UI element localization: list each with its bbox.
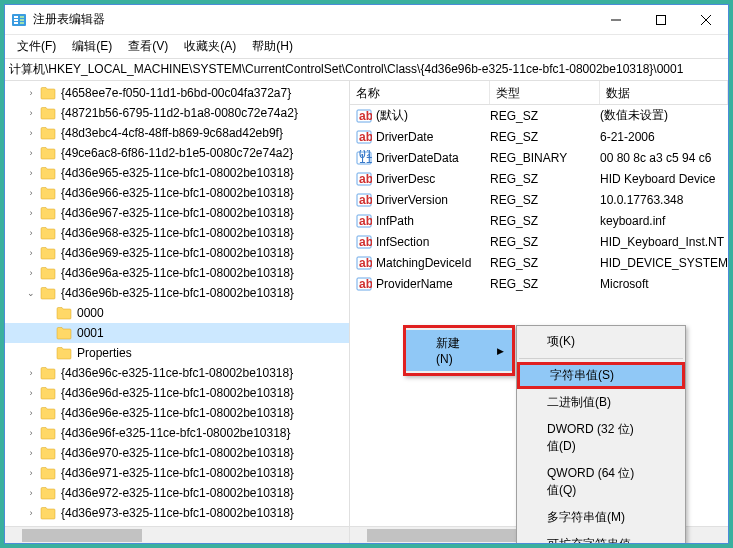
col-header-name[interactable]: 名称 <box>350 81 490 104</box>
value-row[interactable]: abProviderNameREG_SZMicrosoft <box>350 273 728 294</box>
expander-closed-icon[interactable]: › <box>25 447 37 459</box>
registry-tree[interactable]: ›{4658ee7e-f050-11d1-b6bd-00c04fa372a7}›… <box>5 81 349 526</box>
list-header: 名称 类型 数据 <box>350 81 728 105</box>
tree-item[interactable]: ›{49ce6ac8-6f86-11d2-b1e5-0080c72e74a2} <box>5 143 349 163</box>
tree-item-label: {4d36e96c-e325-11ce-bfc1-08002be10318} <box>59 366 293 380</box>
minimize-button[interactable] <box>593 5 638 34</box>
tree-item[interactable]: ›{4d36e968-e325-11ce-bfc1-08002be10318} <box>5 223 349 243</box>
col-header-type[interactable]: 类型 <box>490 81 600 104</box>
expander-closed-icon[interactable]: › <box>25 167 37 179</box>
value-data: HID_DEVICE_SYSTEM <box>600 256 728 270</box>
value-name: InfSection <box>376 235 490 249</box>
ctx-dword-value[interactable]: DWORD (32 位)值(D) <box>517 416 685 460</box>
tree-item[interactable]: ›{4d36e970-e325-11ce-bfc1-08002be10318} <box>5 443 349 463</box>
expander-closed-icon[interactable]: › <box>25 467 37 479</box>
expander-closed-icon[interactable]: › <box>25 227 37 239</box>
tree-item[interactable]: ›{4d36e965-e325-11ce-bfc1-08002be10318} <box>5 163 349 183</box>
tree-item-label: {4d36e970-e325-11ce-bfc1-08002be10318} <box>59 446 294 460</box>
maximize-button[interactable] <box>638 5 683 34</box>
folder-icon <box>40 266 56 280</box>
expander-closed-icon[interactable]: › <box>25 147 37 159</box>
svg-text:110: 110 <box>359 152 372 166</box>
tree-item[interactable]: ›{48721b56-6795-11d2-b1a8-0080c72e74a2} <box>5 103 349 123</box>
menu-view[interactable]: 查看(V) <box>120 35 176 58</box>
ctx-string-value[interactable]: 字符串值(S) <box>517 362 685 389</box>
tree-item[interactable]: ›{4d36e96c-e325-11ce-bfc1-08002be10318} <box>5 363 349 383</box>
value-row[interactable]: abInfPathREG_SZkeyboard.inf <box>350 210 728 231</box>
expander-closed-icon[interactable]: › <box>25 487 37 499</box>
expander-closed-icon[interactable]: › <box>25 207 37 219</box>
folder-icon <box>40 106 56 120</box>
close-button[interactable] <box>683 5 728 34</box>
value-type: REG_SZ <box>490 235 600 249</box>
tree-item[interactable]: ›{4d36e966-e325-11ce-bfc1-08002be10318} <box>5 183 349 203</box>
expander-closed-icon[interactable]: › <box>25 87 37 99</box>
tree-scrollbar-h[interactable] <box>5 526 349 543</box>
value-row[interactable]: abMatchingDeviceIdREG_SZHID_DEVICE_SYSTE… <box>350 252 728 273</box>
tree-item[interactable]: ›{48d3ebc4-4cf8-48ff-b869-9c68ad42eb9f} <box>5 123 349 143</box>
expander-closed-icon[interactable]: › <box>25 187 37 199</box>
value-row[interactable]: abInfSectionREG_SZHID_Keyboard_Inst.NT <box>350 231 728 252</box>
ctx-multistring-value[interactable]: 多字符串值(M) <box>517 504 685 531</box>
value-row[interactable]: abDriverDateREG_SZ6-21-2006 <box>350 126 728 147</box>
expander-closed-icon[interactable]: › <box>25 407 37 419</box>
folder-icon <box>40 246 56 260</box>
tree-item[interactable]: ›{4d36e96a-e325-11ce-bfc1-08002be10318} <box>5 263 349 283</box>
tree-item[interactable]: ›{4d36e967-e325-11ce-bfc1-08002be10318} <box>5 203 349 223</box>
tree-item[interactable]: ›{4d36e969-e325-11ce-bfc1-08002be10318} <box>5 243 349 263</box>
col-header-data[interactable]: 数据 <box>600 81 728 104</box>
value-type: REG_SZ <box>490 256 600 270</box>
tree-item[interactable]: 0000 <box>5 303 349 323</box>
expander-closed-icon[interactable]: › <box>25 367 37 379</box>
address-bar[interactable]: 计算机\HKEY_LOCAL_MACHINE\SYSTEM\CurrentCon… <box>5 59 728 81</box>
value-name: DriverVersion <box>376 193 490 207</box>
expander-closed-icon[interactable]: › <box>25 507 37 519</box>
ctx-binary-value[interactable]: 二进制值(B) <box>517 389 685 416</box>
menu-favorites[interactable]: 收藏夹(A) <box>176 35 244 58</box>
tree-item[interactable]: ›{4d36e96e-e325-11ce-bfc1-08002be10318} <box>5 403 349 423</box>
string-value-icon: ab <box>356 255 372 271</box>
tree-item-label: {4658ee7e-f050-11d1-b6bd-00c04fa372a7} <box>59 86 291 100</box>
ctx-expandstring-value[interactable]: 可扩充字符串值(E) <box>517 531 685 543</box>
folder-icon <box>40 146 56 160</box>
tree-item[interactable]: 0001 <box>5 323 349 343</box>
folder-icon <box>40 226 56 240</box>
folder-icon <box>40 426 56 440</box>
menu-file[interactable]: 文件(F) <box>9 35 64 58</box>
folder-icon <box>40 386 56 400</box>
tree-pane: ›{4658ee7e-f050-11d1-b6bd-00c04fa372a7}›… <box>5 81 350 543</box>
value-row[interactable]: 011110DriverDateDataREG_BINARY00 80 8c a… <box>350 147 728 168</box>
menu-edit[interactable]: 编辑(E) <box>64 35 120 58</box>
ctx-new[interactable]: 新建(N) ▶ <box>406 330 512 371</box>
menu-help[interactable]: 帮助(H) <box>244 35 301 58</box>
expander-closed-icon[interactable]: › <box>25 127 37 139</box>
tree-item-label: 0001 <box>75 326 104 340</box>
tree-item[interactable]: Properties <box>5 343 349 363</box>
tree-item[interactable]: ›{4d36e972-e325-11ce-bfc1-08002be10318} <box>5 483 349 503</box>
tree-item[interactable]: ›{4d36e96d-e325-11ce-bfc1-08002be10318} <box>5 383 349 403</box>
tree-item-label: {4d36e967-e325-11ce-bfc1-08002be10318} <box>59 206 294 220</box>
tree-item[interactable]: ›{4d36e973-e325-11ce-bfc1-08002be10318} <box>5 503 349 523</box>
tree-item[interactable]: ›{4d36e96f-e325-11ce-bfc1-08002be10318} <box>5 423 349 443</box>
tree-item-label: {4d36e968-e325-11ce-bfc1-08002be10318} <box>59 226 294 240</box>
value-row[interactable]: abDriverVersionREG_SZ10.0.17763.348 <box>350 189 728 210</box>
value-row[interactable]: ab(默认)REG_SZ(数值未设置) <box>350 105 728 126</box>
value-name: DriverDesc <box>376 172 490 186</box>
tree-item[interactable]: ›{4d36e971-e325-11ce-bfc1-08002be10318} <box>5 463 349 483</box>
svg-text:ab: ab <box>359 277 372 291</box>
expander-closed-icon[interactable]: › <box>25 427 37 439</box>
expander-closed-icon[interactable]: › <box>25 247 37 259</box>
expander-closed-icon[interactable]: › <box>25 387 37 399</box>
value-row[interactable]: abDriverDescREG_SZHID Keyboard Device <box>350 168 728 189</box>
expander-closed-icon[interactable]: › <box>25 267 37 279</box>
expander-closed-icon[interactable]: › <box>25 107 37 119</box>
value-type: REG_BINARY <box>490 151 600 165</box>
ctx-key[interactable]: 项(K) <box>517 328 685 355</box>
expander-open-icon[interactable]: ⌄ <box>25 287 37 299</box>
value-type: REG_SZ <box>490 130 600 144</box>
ctx-qword-value[interactable]: QWORD (64 位)值(Q) <box>517 460 685 504</box>
value-type: REG_SZ <box>490 109 600 123</box>
value-name: DriverDate <box>376 130 490 144</box>
tree-item[interactable]: ›{4658ee7e-f050-11d1-b6bd-00c04fa372a7} <box>5 83 349 103</box>
tree-item[interactable]: ⌄{4d36e96b-e325-11ce-bfc1-08002be10318} <box>5 283 349 303</box>
